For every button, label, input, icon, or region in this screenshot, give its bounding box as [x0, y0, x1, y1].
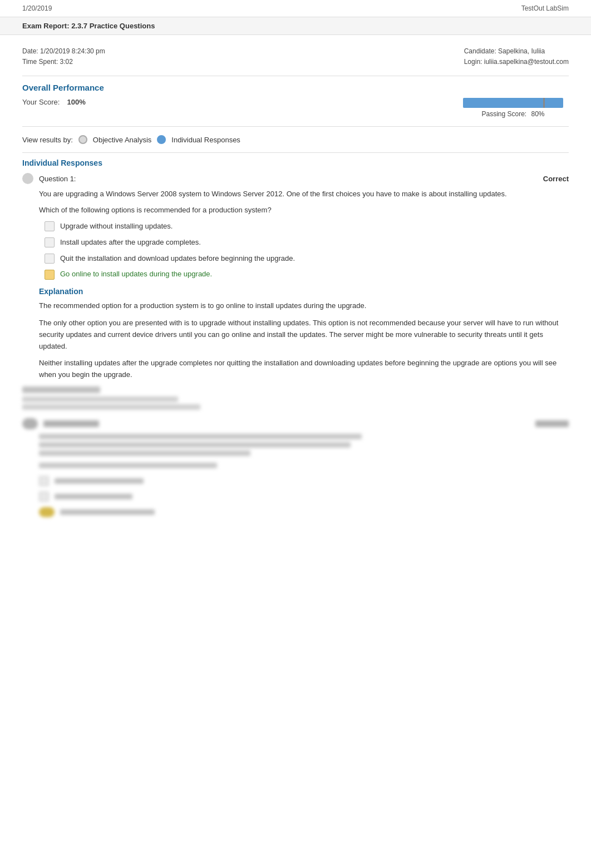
question-1-text2: Which of the following options is recomm… [39, 205, 569, 216]
score-label: Your Score: [22, 98, 60, 106]
choice-box-2 [45, 237, 55, 247]
candidate-row: Candidate: Sapelkina, Iuliia [464, 46, 569, 57]
score-display: Your Score: 100% [22, 98, 457, 106]
top-date: 1/20/2019 [22, 4, 52, 12]
time-row: Time Spent: 3:02 [22, 57, 105, 67]
radio-individual[interactable] [157, 135, 166, 144]
divider-1 [22, 76, 569, 76]
explanation-p2: The only other option you are presented … [39, 318, 569, 352]
question-1-indicator [22, 173, 33, 184]
login-label: Login: [464, 58, 482, 66]
info-row: Date: 1/20/2019 8:24:30 pm Time Spent: 3… [22, 46, 569, 67]
choice-box-3 [45, 254, 55, 264]
question-2-row [22, 418, 569, 429]
date-value: 1/20/2019 8:24:30 pm [40, 47, 105, 55]
explanation-body: The recommended option for a production … [39, 300, 569, 381]
choice-row-1: Upgrade without installing updates. [45, 221, 569, 232]
top-brand: TestOut LabSim [521, 4, 569, 12]
date-label: Date: [22, 47, 38, 55]
divider-2 [22, 126, 569, 127]
info-right: Candidate: Sapelkina, Iuliia Login: iuli… [464, 46, 569, 67]
blurred-references [22, 386, 569, 410]
choice-box-4 [45, 270, 55, 280]
question-1-row: Question 1: Correct [22, 173, 569, 184]
score-bar [463, 98, 563, 108]
date-row: Date: 1/20/2019 8:24:30 pm [22, 46, 105, 57]
main-content: Date: 1/20/2019 8:24:30 pm Time Spent: 3… [0, 35, 591, 639]
overall-performance-title: Overall Performance [22, 83, 569, 92]
passing-value: 80% [531, 110, 545, 118]
exam-title: Exam Report: 2.3.7 Practice Questions [22, 22, 155, 30]
option-individual[interactable]: Individual Responses [171, 136, 240, 144]
time-label: Time Spent: [22, 58, 58, 66]
exam-title-bar: Exam Report: 2.3.7 Practice Questions [0, 17, 591, 35]
candidate-value: Sapelkina, Iuliia [498, 47, 545, 55]
individual-responses-section: Individual Responses Question 1: Correct… [22, 158, 569, 517]
choice-label-3: Quit the installation and download updat… [60, 253, 295, 265]
question-1-text1: You are upgrading a Windows Server 2008 … [39, 189, 569, 200]
choice-label-4: Go online to install updates during the … [60, 269, 212, 280]
score-right: Passing Score: 80% [457, 98, 569, 118]
choice-label-2: Install updates after the upgrade comple… [60, 237, 201, 249]
choice-row-4: Go online to install updates during the … [45, 269, 569, 280]
login-row: Login: iuliia.sapelkina@testout.com [464, 57, 569, 67]
candidate-label: Candidate: [464, 47, 496, 55]
question-1-status: Correct [543, 175, 569, 183]
choice-row-2: Install updates after the upgrade comple… [45, 237, 569, 249]
info-left: Date: 1/20/2019 8:24:30 pm Time Spent: 3… [22, 46, 105, 67]
explanation-p3: Neither installing updates after the upg… [39, 358, 569, 381]
question-1-label: Question 1: [39, 175, 76, 183]
explanation-p1: The recommended option for a production … [39, 300, 569, 312]
question-2-section [22, 418, 569, 517]
view-results-label: View results by: [22, 136, 73, 144]
radio-objective[interactable] [78, 135, 87, 144]
question-1-body: You are upgrading a Windows Server 2008 … [39, 189, 569, 280]
score-section: Your Score: 100% Passing Score: 80% [22, 98, 569, 118]
overall-performance-section: Overall Performance Your Score: 100% Pas… [22, 83, 569, 118]
choice-row-3: Quit the installation and download updat… [45, 253, 569, 265]
time-value: 3:02 [60, 58, 73, 66]
score-left: Your Score: 100% [22, 98, 457, 109]
login-value: iuliia.sapelkina@testout.com [484, 58, 569, 66]
choice-box-1 [45, 221, 55, 231]
passing-score-row: Passing Score: 80% [481, 110, 544, 118]
passing-label: Passing Score: [481, 110, 526, 118]
explanation-title: Explanation [39, 287, 569, 296]
bar-fill [463, 98, 563, 108]
option-objective[interactable]: Objective Analysis [93, 136, 152, 144]
view-results-row: View results by: Objective Analysis Indi… [22, 135, 569, 144]
score-value: 100% [67, 98, 85, 106]
question-2-indicator [22, 418, 38, 429]
top-bar: 1/20/2019 TestOut LabSim [0, 0, 591, 17]
choice-label-1: Upgrade without installing updates. [60, 221, 173, 232]
choices-list: Upgrade without installing updates. Inst… [45, 221, 569, 280]
footer-area [22, 523, 569, 634]
individual-responses-title: Individual Responses [22, 158, 569, 167]
divider-3 [22, 152, 569, 153]
question-2-body [39, 434, 569, 517]
bar-marker [543, 98, 545, 108]
